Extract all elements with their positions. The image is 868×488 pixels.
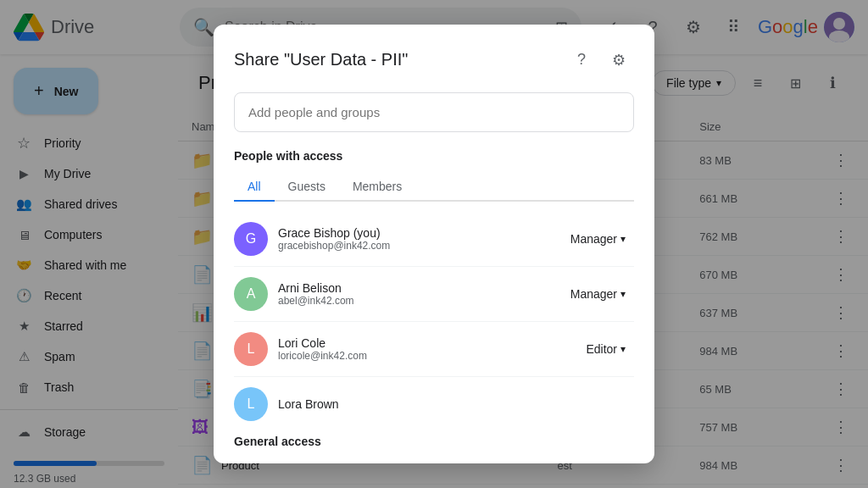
- modal-overlay[interactable]: Share "User Data - PII" ? ⚙ People with …: [0, 0, 868, 488]
- modal-title: Share "User Data - PII": [234, 50, 408, 69]
- person-name: Lori Cole: [278, 336, 567, 350]
- role-select-3[interactable]: Editor ▾: [577, 337, 634, 361]
- role-chevron-icon: ▾: [620, 233, 626, 245]
- person-info: Lori Cole loricole@ink42.com: [278, 336, 567, 362]
- general-access-title: General access: [234, 435, 634, 448]
- share-settings-button[interactable]: ⚙: [604, 45, 634, 75]
- tab-guests[interactable]: Guests: [275, 173, 339, 202]
- person-avatar: L: [234, 332, 268, 366]
- people-list: G Grace Bishop (you) gracebishop@ink42.c…: [234, 215, 634, 428]
- modal-header: Share "User Data - PII" ? ⚙: [234, 45, 634, 75]
- role-label: Manager: [570, 232, 617, 246]
- role-select-2[interactable]: Manager ▾: [562, 282, 634, 306]
- role-chevron-icon: ▾: [620, 343, 626, 355]
- person-info: Arni Belison abel@ink42.com: [278, 281, 552, 307]
- role-select-1[interactable]: Manager ▾: [562, 227, 634, 251]
- person-avatar: G: [234, 222, 268, 256]
- share-help-button[interactable]: ?: [566, 45, 597, 75]
- person-info: Grace Bishop (you) gracebishop@ink42.com: [278, 226, 552, 252]
- role-chevron-icon: ▾: [620, 288, 626, 300]
- person-row: G Grace Bishop (you) gracebishop@ink42.c…: [234, 215, 634, 267]
- tab-members[interactable]: Members: [339, 173, 415, 202]
- general-access-section: General access 🔒 Restricted ▾ Only peopl…: [234, 435, 634, 463]
- person-info: Lora Brown: [278, 397, 634, 411]
- people-with-access-title: People with access: [234, 149, 634, 163]
- role-label: Editor: [586, 342, 617, 356]
- person-divider: [234, 321, 634, 322]
- role-label: Manager: [570, 287, 617, 301]
- modal-header-icons: ? ⚙: [566, 45, 634, 75]
- person-name: Grace Bishop (you): [278, 226, 552, 240]
- add-people-input[interactable]: [234, 92, 634, 132]
- person-avatar: L: [234, 387, 268, 421]
- person-name: Arni Belison: [278, 281, 552, 295]
- tab-all[interactable]: All: [234, 173, 275, 202]
- share-modal: Share "User Data - PII" ? ⚙ People with …: [214, 25, 654, 463]
- person-divider: [234, 266, 634, 267]
- access-row: 🔒 Restricted ▾ Only people with access c…: [234, 458, 634, 463]
- people-tabs: All Guests Members: [234, 173, 634, 202]
- person-row: L Lori Cole loricole@ink42.com Editor ▾: [234, 325, 634, 377]
- person-email: loricole@ink42.com: [278, 350, 567, 362]
- person-name: Lora Brown: [278, 397, 634, 411]
- person-email: abel@ink42.com: [278, 295, 552, 307]
- person-email: gracebishop@ink42.com: [278, 240, 552, 252]
- person-divider: [234, 376, 634, 377]
- person-row: A Arni Belison abel@ink42.com Manager ▾: [234, 270, 634, 322]
- person-row: L Lora Brown: [234, 380, 634, 428]
- person-avatar: A: [234, 277, 268, 311]
